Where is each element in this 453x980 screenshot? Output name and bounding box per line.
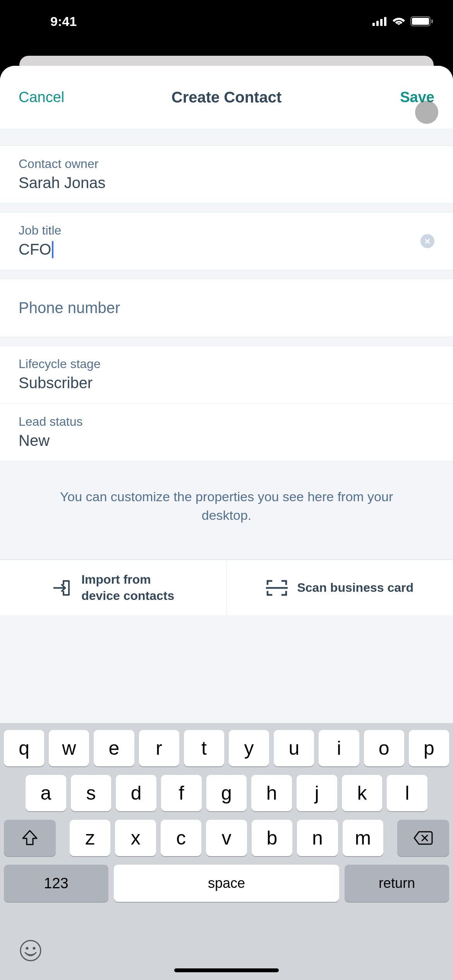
key-g[interactable]: g [206,775,247,811]
key-b[interactable]: b [252,820,292,856]
key-w[interactable]: w [49,730,89,766]
touch-indicator [415,101,438,124]
job-title-input[interactable]: CFO [19,241,51,258]
key-s[interactable]: s [71,775,112,811]
key-l[interactable]: l [387,775,427,811]
form-list: Contact owner Sarah Jonas Job title CFO … [0,146,453,615]
import-icon [52,578,72,598]
key-x[interactable]: x [115,820,156,856]
page-title: Create Contact [172,89,282,106]
key-o[interactable]: o [364,730,404,766]
nav-header: Cancel Create Contact Save [0,66,453,129]
status-time: 9:41 [23,14,77,29]
svg-rect-1 [376,21,379,26]
key-z[interactable]: z [70,820,110,856]
lifecycle-stage-label: Lifecycle stage [19,357,434,371]
home-indicator[interactable] [174,968,279,972]
key-n[interactable]: n [297,820,338,856]
space-key[interactable]: space [114,865,339,902]
key-y[interactable]: y [229,730,269,766]
key-c[interactable]: c [161,820,201,856]
backspace-key[interactable] [397,820,449,856]
emoji-key[interactable] [19,939,42,967]
job-title-field[interactable]: Job title CFO [0,212,453,270]
save-button[interactable]: Save [400,89,434,106]
svg-point-8 [26,947,29,949]
lead-status-value: New [19,432,434,449]
shift-key[interactable] [4,820,56,856]
keyboard: qwertyuiop asdfghjkl zxcvbnm 123 space r… [0,723,453,980]
contact-owner-field[interactable]: Contact owner Sarah Jonas [0,146,453,204]
shift-icon [21,830,38,846]
cancel-button[interactable]: Cancel [19,89,64,106]
return-key[interactable]: return [345,865,449,902]
import-contacts-button[interactable]: Import from device contacts [0,560,227,615]
customize-tip: You can customize the properties you see… [0,461,453,559]
import-actions: Import from device contacts Scan busines… [0,559,453,615]
contact-owner-value: Sarah Jonas [19,174,434,192]
key-d[interactable]: d [116,775,156,811]
numeric-key[interactable]: 123 [4,865,108,902]
job-title-label: Job title [19,223,434,238]
scan-icon [266,579,288,596]
svg-rect-3 [384,17,386,26]
svg-rect-6 [431,19,433,23]
svg-rect-2 [380,19,383,26]
emoji-icon [19,939,42,962]
svg-rect-0 [372,23,375,26]
svg-rect-5 [412,18,429,25]
lifecycle-stage-field[interactable]: Lifecycle stage Subscriber [0,346,453,404]
battery-icon [410,16,434,26]
svg-point-7 [21,941,41,961]
key-e[interactable]: e [94,730,134,766]
text-caret [52,241,53,258]
clear-input-button[interactable] [420,234,434,248]
contact-owner-label: Contact owner [19,157,434,171]
key-h[interactable]: h [251,775,292,811]
modal-sheet: Cancel Create Contact Save Contact owner… [0,66,453,980]
cellular-icon [372,17,387,26]
scan-card-label: Scan business card [297,580,414,596]
lead-status-label: Lead status [19,415,434,429]
key-u[interactable]: u [274,730,314,766]
wifi-icon [392,16,406,26]
key-m[interactable]: m [343,820,383,856]
key-q[interactable]: q [4,730,44,766]
key-k[interactable]: k [342,775,383,811]
status-bar: 9:41 [0,0,453,43]
key-f[interactable]: f [161,775,202,811]
import-contacts-label: Import from device contacts [81,572,174,604]
phone-number-placeholder: Phone number [19,299,434,317]
lead-status-field[interactable]: Lead status New [0,404,453,461]
key-p[interactable]: p [409,730,449,766]
lifecycle-stage-value: Subscriber [19,374,434,392]
key-i[interactable]: i [319,730,359,766]
scan-card-button[interactable]: Scan business card [227,560,453,615]
backspace-icon [414,831,433,845]
key-v[interactable]: v [206,820,247,856]
key-r[interactable]: r [139,730,179,766]
key-a[interactable]: a [26,775,66,811]
key-j[interactable]: j [297,775,337,811]
svg-point-9 [33,947,36,949]
key-t[interactable]: t [184,730,224,766]
phone-number-field[interactable]: Phone number [0,279,453,337]
status-icons [372,16,434,26]
